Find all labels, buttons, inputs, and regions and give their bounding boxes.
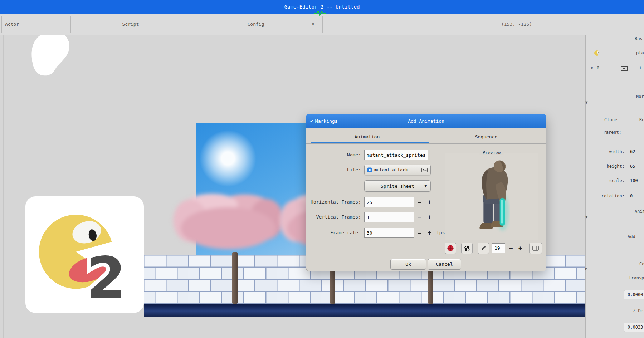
vframes-label: Vertical Frames:	[306, 212, 361, 222]
dialog-title: Add Animation	[306, 114, 546, 128]
height-value[interactable]: 65	[630, 164, 635, 169]
frame-grid-button[interactable]	[529, 243, 542, 254]
svg-text:2: 2	[86, 245, 126, 308]
width-label: width:	[586, 149, 625, 154]
scale-label: scale:	[586, 178, 625, 183]
color-section-label: Col	[639, 261, 644, 266]
game-editor-window: Game-Editor 2 -- Untitled Actor Script C…	[0, 0, 644, 338]
transparency-input[interactable]: 0.0000	[624, 290, 644, 299]
vframes-decrement-button[interactable]: −	[415, 212, 424, 222]
menu-divider	[322, 16, 323, 33]
hframes-decrement-button[interactable]: −	[415, 197, 424, 207]
tab-divider	[306, 143, 546, 144]
pencil-icon	[480, 245, 487, 251]
rotation-label: rotation:	[586, 194, 625, 199]
zdepth-label: Z De	[633, 308, 643, 313]
fps-label: fps	[436, 227, 445, 238]
parent-label: Parent:	[600, 130, 621, 135]
scale-value[interactable]: 100	[630, 178, 638, 183]
frame-number-input[interactable]: 19	[492, 243, 505, 253]
frame-increment-button[interactable]: +	[516, 243, 525, 254]
pacman-mascot-icon: 2	[31, 201, 138, 308]
ok-button[interactable]: Ok	[390, 259, 426, 270]
game-editor-2-logo: 2	[25, 196, 144, 313]
framerate-decrement-button[interactable]: −	[415, 227, 424, 238]
remove-button[interactable]: Re	[639, 117, 644, 122]
preview-label: Preview	[480, 150, 504, 155]
tab-sequence[interactable]: Sequence	[458, 132, 515, 142]
image-file-icon	[367, 167, 372, 172]
add-animation-dialog: Add Animation ✔Markings Animation Sequen…	[306, 114, 546, 271]
actor-name[interactable]: pla	[636, 50, 644, 55]
x-coordinate-label: x	[591, 65, 593, 70]
name-label: Name:	[306, 150, 361, 160]
width-value[interactable]: 62	[630, 149, 635, 154]
hframes-input[interactable]	[364, 197, 414, 207]
vframes-input[interactable]	[364, 212, 414, 222]
animation-type-value: Sprite sheet	[381, 183, 414, 189]
menu-divider	[196, 16, 196, 33]
x-decrement-button[interactable]: −	[631, 65, 634, 71]
framerate-label: Frame rate:	[306, 227, 361, 238]
dialog-titlebar[interactable]: Add Animation ✔Markings	[306, 114, 546, 128]
menu-bar: Actor Script Config ▼ (153. -125)	[0, 14, 644, 35]
white-blob-logo	[29, 30, 76, 79]
x-coordinate-value[interactable]: 0	[597, 65, 599, 70]
animation-section-label: Anim	[635, 209, 644, 214]
expand-section-icon[interactable]: ▶	[585, 266, 587, 270]
pulse-icon	[313, 10, 327, 16]
blend-mode-label: Nor	[636, 94, 644, 99]
active-tab-underline	[311, 142, 429, 143]
sun-glow	[199, 130, 257, 187]
zdepth-input[interactable]: 0.0033	[624, 323, 644, 332]
open-image-icon	[421, 167, 428, 173]
framerate-increment-button[interactable]: +	[425, 227, 434, 238]
menu-actor[interactable]: Actor	[5, 14, 19, 35]
name-input[interactable]	[364, 150, 428, 160]
menu-config[interactable]: Config ▼	[236, 14, 275, 35]
markings-label: Markings	[315, 118, 338, 124]
clone-button[interactable]: Clone	[604, 117, 617, 122]
chevron-down-icon: ▼	[312, 14, 314, 35]
transparency-label: Transpa	[629, 275, 644, 280]
menu-divider	[70, 16, 71, 33]
file-picker-button[interactable]: mutant_attack…	[364, 165, 431, 175]
cancel-button[interactable]: Cancel	[428, 259, 461, 270]
menu-script[interactable]: Script	[118, 14, 143, 35]
hframes-label: Horizontal Frames:	[306, 197, 361, 207]
chevron-down-icon: ▼	[424, 184, 427, 188]
framerate-input[interactable]	[364, 228, 414, 238]
scene-water[interactable]	[144, 304, 585, 317]
collapse-section-icon[interactable]: ▼	[585, 100, 588, 105]
animation-preview-panel: Preview	[445, 153, 538, 240]
hframes-increment-button[interactable]: +	[425, 197, 434, 207]
cursor-coordinates: (153. -125)	[481, 14, 552, 35]
animation-type-dropdown[interactable]: Sprite sheet ▼	[364, 180, 431, 192]
tab-animation[interactable]: Animation	[338, 132, 396, 142]
snap-icon-button[interactable]	[620, 65, 628, 72]
actor-pacman-icon	[594, 50, 601, 57]
actor-properties-panel: Bas pla x 0 − + Nor ▼ Clone Re Parent: w…	[585, 35, 644, 338]
height-label: height:	[586, 164, 625, 169]
add-animation-button[interactable]: Add	[628, 234, 635, 239]
rotation-value[interactable]: 0	[630, 194, 633, 199]
tab-basic[interactable]: Bas	[635, 36, 643, 41]
frame-decrement-button[interactable]: −	[507, 243, 515, 254]
origin-point-button[interactable]	[445, 243, 456, 254]
grid-line	[3, 35, 4, 338]
paw-icon	[464, 245, 470, 251]
check-icon: ✔	[310, 118, 313, 124]
mutant-sprite-preview	[467, 155, 517, 238]
markings-checkbox[interactable]: ✔Markings	[310, 114, 337, 128]
film-strip-icon	[532, 246, 539, 251]
edit-frame-button[interactable]	[478, 243, 489, 254]
vframes-increment-button[interactable]: +	[425, 212, 434, 222]
footprints-button[interactable]	[461, 243, 473, 254]
menu-divider	[1, 16, 2, 33]
red-ball-icon	[447, 245, 454, 252]
tree-trunk	[232, 252, 238, 304]
collapse-section-icon[interactable]: ▼	[585, 215, 588, 219]
menu-config-label: Config	[248, 21, 264, 27]
file-label: File:	[306, 165, 361, 175]
x-increment-button[interactable]: +	[639, 65, 642, 71]
